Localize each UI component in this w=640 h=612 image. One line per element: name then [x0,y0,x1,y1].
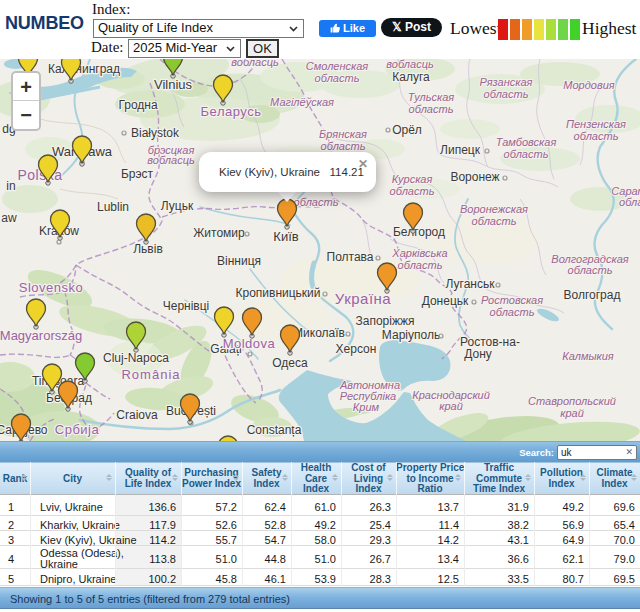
svg-text:Маріуполь: Маріуполь [382,328,440,342]
svg-text:Смоленская: Смоленская [306,60,369,72]
svg-text:Vilnius: Vilnius [154,77,193,92]
svg-text:край: край [560,407,584,419]
svg-text:Калуга: Калуга [392,70,430,84]
svg-text:Тамбовская: Тамбовская [496,136,557,148]
svg-text:вобласць: вобласць [147,154,195,166]
svg-text:aw: aw [1,211,17,225]
svg-text:вобласць: вобласць [386,59,434,70]
svg-text:область: область [321,140,366,152]
svg-text:Херсон: Херсон [336,342,377,356]
svg-text:Гродна: Гродна [118,98,158,112]
svg-text:Чернівці: Чернівці [163,299,210,313]
svg-text:Воронежская: Воронежская [460,203,528,215]
svg-text:Луцьк: Луцьк [161,199,194,213]
svg-text:in: in [6,179,15,193]
svg-text:Орёл: Орёл [392,123,422,137]
svg-text:область: область [294,196,339,208]
svg-text:Миколаїв: Миколаїв [293,326,345,340]
svg-text:Ставропольский: Ставропольский [528,395,616,407]
svg-text:Волгоград: Волгоград [564,288,621,302]
svg-text:область: область [472,215,517,227]
svg-text:Рязанская: Рязанская [480,76,533,88]
svg-text:Запоріжжя: Запоріжжя [356,314,415,328]
svg-text:Дону: Дону [464,347,492,361]
svg-text:область: область [398,259,443,271]
svg-text:Львів: Львів [133,242,163,256]
svg-text:Донецьк: Донецьк [422,294,469,308]
svg-text:Беларусь: Беларусь [201,104,262,119]
svg-text:Воронеж: Воронеж [450,170,499,184]
svg-text:Вінниця: Вінниця [217,254,261,268]
svg-text:область: область [504,148,549,160]
svg-text:вобласць: вобласць [231,59,279,68]
svg-text:Брэст: Брэст [121,167,154,181]
svg-text:Белгород: Белгород [393,225,445,239]
svg-text:Србија: Србија [55,422,100,437]
svg-text:облас: облас [619,196,640,208]
svg-text:Калининград: Калининград [48,62,120,76]
svg-text:Slovensko: Slovensko [19,280,83,295]
svg-text:Constanța: Constanța [247,423,302,437]
svg-text:Moldova: Moldova [223,336,276,351]
svg-text:Мордовия: Мордовия [563,79,614,91]
svg-text:область: область [315,72,360,84]
svg-text:Полтава: Полтава [327,250,374,264]
svg-text:область: область [390,185,435,197]
svg-text:край: край [439,400,463,412]
svg-text:Луганськ: Луганськ [446,277,496,291]
svg-text:область: область [574,130,619,142]
svg-text:область: область [409,103,454,115]
svg-text:область: область [568,264,613,276]
svg-text:Magyarország: Magyarország [0,328,82,343]
svg-text:Cluj-Napoca: Cluj-Napoca [103,351,169,365]
svg-text:Житомир: Житомир [193,226,245,240]
svg-text:Київ: Київ [273,229,298,244]
svg-text:Крим: Крим [353,401,380,413]
svg-text:область: область [484,88,529,100]
svg-text:Тульская: Тульская [408,91,455,103]
svg-text:Ростовская: Ростовская [481,294,543,306]
svg-text:Харківська: Харківська [391,247,447,259]
svg-text:Калмыкия: Калмыкия [562,350,614,362]
svg-text:Кропивницький: Кропивницький [235,286,320,300]
svg-text:România: România [121,367,180,382]
svg-text:Одеса: Одеса [272,356,308,370]
svg-text:Craiova: Craiova [116,408,158,422]
svg-text:Białystok: Białystok [131,126,180,140]
svg-text:Брянская: Брянская [319,128,367,140]
svg-text:Магілёўская: Магілёўская [270,96,334,108]
svg-text:Lublin: Lublin [97,200,129,214]
svg-text:Пензенская: Пензенская [566,118,626,130]
svg-text:область: область [490,306,535,318]
svg-text:Курская: Курская [392,173,433,185]
svg-text:Україна: Україна [335,290,392,307]
svg-text:Липецк: Липецк [440,143,481,157]
